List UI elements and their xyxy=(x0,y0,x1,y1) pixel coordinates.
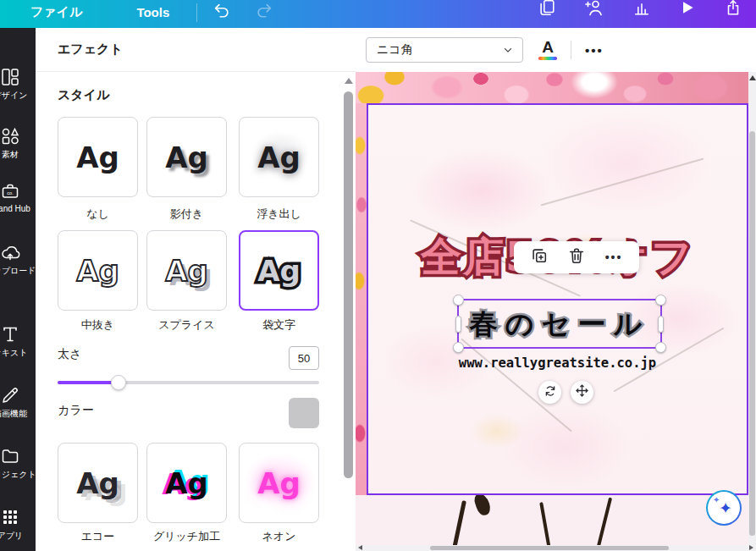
play-icon xyxy=(679,0,696,19)
style-card-glitch[interactable]: Ag xyxy=(146,443,227,523)
font-family-select[interactable]: ニコ角 xyxy=(366,37,523,63)
panel-scrollbar-thumb[interactable] xyxy=(344,91,353,478)
cherry-blossom-photo-bottom xyxy=(356,495,748,551)
trash-icon xyxy=(567,246,586,268)
redo-button[interactable] xyxy=(255,1,273,23)
magic-assistant-button[interactable]: ✦ ✦ xyxy=(706,490,742,526)
canvas-horizontal-scrollbar[interactable] xyxy=(356,545,756,551)
pages-icon xyxy=(538,0,556,20)
style-sample: Ag xyxy=(165,254,208,288)
toolbar-divider xyxy=(571,41,571,59)
style-sample: Ag xyxy=(257,141,301,174)
text-color-button[interactable]: A xyxy=(533,36,562,64)
share-button[interactable] xyxy=(724,0,742,20)
scroll-right-arrow-icon[interactable] xyxy=(749,545,753,550)
resize-handle-top-left[interactable] xyxy=(453,295,464,306)
thickness-label: 太さ xyxy=(58,347,81,362)
panel-title: エフェクト xyxy=(58,41,123,58)
style-sample: Ag xyxy=(76,141,119,174)
panel-scrollbar[interactable] xyxy=(343,74,354,548)
sidebar-item-label: 描画機能 xyxy=(0,408,27,420)
insights-button[interactable] xyxy=(632,0,651,20)
vertical-scrollbar-thumb[interactable] xyxy=(749,131,755,536)
style-card-lift[interactable]: Ag xyxy=(239,117,319,197)
topbar-actions xyxy=(538,8,756,21)
file-menu-button[interactable]: ファイル xyxy=(30,4,82,20)
apps-grid-icon xyxy=(0,507,20,527)
undo-button[interactable] xyxy=(212,1,231,23)
branch-graphic xyxy=(452,500,466,549)
style-card-none[interactable]: Ag xyxy=(58,117,138,197)
delete-element-button[interactable] xyxy=(564,245,589,270)
cherry-blossom-photo-left xyxy=(356,103,367,495)
cloud-upload-icon xyxy=(0,242,20,262)
style-label-echo: エコー xyxy=(58,529,138,544)
element-more-options-button[interactable]: ••• xyxy=(601,245,626,270)
sidebar-item-brand-hub[interactable]: co. Brand Hub xyxy=(0,181,36,213)
thickness-value-input[interactable]: 50 xyxy=(289,346,319,370)
style-card-hollow[interactable]: Ag xyxy=(58,230,138,311)
sidebar-item-label: アプリ xyxy=(0,530,23,542)
bar-chart-icon xyxy=(632,0,651,20)
subheadline-text[interactable]: 春のセール xyxy=(459,306,660,344)
thickness-slider-thumb[interactable] xyxy=(111,375,126,390)
sidebar-item-label: Brand Hub xyxy=(0,204,30,213)
duplicate-pages-button[interactable] xyxy=(538,0,556,20)
resize-handle-top-right[interactable] xyxy=(655,295,666,306)
design-page-overlay[interactable]: 全店50%オフ ••• 春のセール xyxy=(367,103,748,495)
text-format-toolbar: ニコ角 A ••• xyxy=(356,28,756,73)
sidebar-item-apps[interactable]: アプリ xyxy=(0,507,36,542)
style-label-none: なし xyxy=(58,207,138,222)
sidebar-item-label: アップロード xyxy=(0,265,36,277)
move-element-button[interactable] xyxy=(571,381,593,404)
style-card-shadow[interactable]: Ag xyxy=(146,117,227,197)
sidebar-item-text[interactable]: テキスト xyxy=(0,324,36,359)
sidebar-item-elements[interactable]: 素材 xyxy=(0,126,36,161)
style-sample: Ag xyxy=(257,254,301,288)
style-card-echo[interactable]: Ag xyxy=(58,443,138,523)
effects-panel-body: スタイル Ag Ag Ag なし 影付き 浮き出し Ag Ag Ag 中抜き ス… xyxy=(36,71,356,551)
ellipsis-icon: ••• xyxy=(605,251,623,264)
thickness-slider[interactable] xyxy=(58,381,319,384)
tools-menu-button[interactable]: Tools xyxy=(136,5,169,19)
design-canvas[interactable]: 全店50%オフ ••• 春のセール xyxy=(356,72,756,551)
style-card-splice[interactable]: Ag xyxy=(146,230,227,311)
style-label-splice: スプライス xyxy=(146,317,227,333)
selected-text-element[interactable]: 春のセール xyxy=(459,300,660,347)
style-label-outline: 袋文字 xyxy=(239,317,319,333)
copy-plus-icon xyxy=(530,246,549,268)
sidebar-item-label: プロジェクト xyxy=(0,469,36,481)
svg-text:co.: co. xyxy=(7,190,14,196)
twig-graphic xyxy=(541,157,704,206)
style-label-shadow: 影付き xyxy=(146,207,227,222)
present-button[interactable] xyxy=(679,0,696,19)
outline-color-swatch[interactable] xyxy=(289,398,319,428)
canvas-vertical-scrollbar[interactable] xyxy=(748,72,756,545)
style-label-lift: 浮き出し xyxy=(239,207,319,222)
style-sample: Ag xyxy=(76,254,119,288)
style-card-outline-selected[interactable]: Ag xyxy=(239,230,319,311)
more-options-button[interactable]: ••• xyxy=(580,40,609,61)
sidebar-item-design[interactable]: デザイン xyxy=(0,67,36,102)
font-name: ニコ角 xyxy=(377,42,502,58)
element-floating-toolbar: ••• xyxy=(514,241,639,273)
rotate-element-button[interactable] xyxy=(538,381,561,404)
redo-icon xyxy=(255,1,273,23)
sidebar-item-uploads[interactable]: アップロード xyxy=(0,242,36,277)
invite-members-button[interactable] xyxy=(584,0,604,21)
sidebar-item-projects[interactable]: プロジェクト xyxy=(0,446,36,481)
style-card-neon[interactable]: Ag xyxy=(239,443,319,523)
move-icon xyxy=(575,383,589,401)
sidebar-item-draw[interactable]: 描画機能 xyxy=(0,385,36,420)
thickness-value: 50 xyxy=(298,352,310,365)
duplicate-element-button[interactable] xyxy=(527,245,552,270)
scroll-up-arrow-icon[interactable] xyxy=(345,78,353,84)
canva-editor-window: ファイル Tools xyxy=(0,0,756,551)
scroll-left-arrow-icon[interactable] xyxy=(358,545,362,550)
website-url-text[interactable]: www.reallygreatsite.co.jp xyxy=(368,355,747,371)
design-icon xyxy=(0,67,20,87)
style-section-label: スタイル xyxy=(58,87,109,103)
scroll-up-arrow-icon[interactable] xyxy=(749,75,756,80)
horizontal-scrollbar-thumb[interactable] xyxy=(430,546,669,550)
branch-graphic xyxy=(539,502,551,549)
